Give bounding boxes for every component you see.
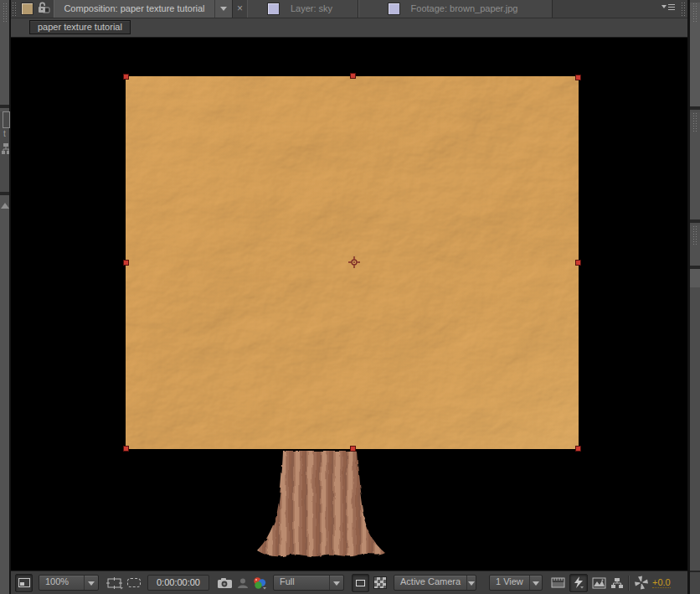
pixel-aspect-ratio-button[interactable] bbox=[551, 575, 565, 591]
mask-visibility-button[interactable] bbox=[127, 575, 141, 591]
film-strip-icon bbox=[551, 577, 565, 588]
viewer-dropdown-button[interactable] bbox=[214, 0, 232, 18]
tab-layer-sky[interactable]: Layer: sky bbox=[247, 0, 358, 18]
selection-handle-middle-right[interactable] bbox=[575, 260, 581, 266]
selection-handle-bottom-left[interactable] bbox=[123, 446, 129, 452]
exposure-value[interactable]: +0.0 bbox=[652, 577, 671, 588]
view-layout-value: 1 View bbox=[490, 576, 529, 590]
checkerboard-icon bbox=[373, 576, 387, 589]
magnification-dropdown[interactable]: 100% bbox=[39, 575, 99, 591]
panel-menu-icon[interactable] bbox=[660, 3, 677, 14]
current-time-field[interactable]: 0:00:00:00 bbox=[147, 575, 209, 591]
composition-navigator-bar: paper texture tutorial bbox=[11, 18, 687, 38]
panel-grip-icon[interactable] bbox=[692, 3, 697, 23]
composition-panel: Composition: paper texture tutorial × La… bbox=[11, 0, 687, 594]
camera-icon bbox=[217, 577, 233, 589]
person-icon bbox=[237, 577, 249, 589]
selection-handle-bottom-center[interactable] bbox=[350, 446, 356, 452]
magnification-value: 100% bbox=[39, 576, 84, 590]
tab-color-swatch-icon bbox=[267, 3, 280, 15]
show-last-snapshot-button[interactable] bbox=[237, 575, 249, 591]
chevron-down-icon bbox=[220, 7, 227, 14]
viewer-tab-bar: Composition: paper texture tutorial × La… bbox=[11, 0, 687, 18]
panel-grip-icon[interactable] bbox=[12, 2, 18, 16]
resolution-dropdown[interactable]: Full bbox=[273, 575, 344, 591]
layer-anchor-point[interactable] bbox=[347, 256, 361, 269]
selection-handle-top-center[interactable] bbox=[350, 73, 356, 79]
view-layout-dropdown[interactable]: 1 View bbox=[489, 575, 543, 591]
viewer-lock-icon[interactable] bbox=[37, 2, 50, 15]
viewer-toolbar: 100% 0:00:00:00 Full bbox=[11, 571, 687, 594]
inner-rect-icon bbox=[356, 580, 365, 586]
adjacent-panel-edge-left: t bbox=[0, 0, 11, 594]
dashed-rect-icon bbox=[127, 578, 141, 587]
breadcrumb-comp-button[interactable]: paper texture tutorial bbox=[29, 20, 131, 34]
selection-handle-middle-left[interactable] bbox=[123, 260, 129, 266]
3d-view-dropdown[interactable]: Active Camera bbox=[394, 575, 476, 591]
snapshot-button[interactable] bbox=[217, 575, 233, 591]
camera-view-value: Active Camera bbox=[394, 576, 466, 590]
grid-guides-button[interactable] bbox=[106, 575, 124, 591]
flowchart-icon bbox=[0, 142, 9, 156]
always-preview-button[interactable] bbox=[15, 574, 33, 592]
node-tree-icon bbox=[610, 577, 624, 589]
channels-button[interactable] bbox=[252, 575, 267, 591]
region-of-interest-button[interactable] bbox=[352, 574, 369, 592]
monitor-icon bbox=[18, 578, 30, 587]
rgb-circles-icon bbox=[252, 576, 267, 590]
lightning-bolt-icon bbox=[573, 576, 584, 589]
selection-handle-top-right[interactable] bbox=[575, 75, 581, 80]
ae-composition-screenshot: t Composition: paper texture tutorial × … bbox=[0, 0, 700, 594]
timeline-button[interactable] bbox=[592, 575, 606, 591]
scroll-up-arrow-icon[interactable] bbox=[1, 199, 9, 209]
viewer-color-swatch-icon bbox=[21, 3, 33, 15]
chevron-down-icon bbox=[529, 576, 542, 590]
close-tab-icon[interactable]: × bbox=[233, 4, 247, 13]
transparency-grid-button[interactable] bbox=[373, 575, 387, 591]
adjacent-panel-edge-right bbox=[687, 0, 700, 594]
tab-label: Layer: sky bbox=[282, 3, 341, 13]
panel-grip-icon[interactable] bbox=[692, 112, 697, 132]
tab-composition[interactable]: Composition: paper texture tutorial bbox=[54, 0, 233, 18]
chevron-down-icon bbox=[84, 576, 98, 590]
shutter-pinwheel-icon bbox=[634, 576, 649, 590]
chevron-down-icon bbox=[329, 576, 343, 590]
tab-label: Footage: brown_paper.jpg bbox=[403, 3, 527, 13]
chevron-down-icon bbox=[466, 576, 476, 590]
fast-previews-button[interactable] bbox=[569, 574, 588, 592]
panel-grip-icon[interactable] bbox=[692, 225, 697, 245]
panel-grip-icon[interactable] bbox=[3, 3, 8, 23]
selection-handle-bottom-right[interactable] bbox=[575, 446, 581, 452]
cropped-icon-fragment bbox=[3, 111, 10, 128]
framed-photo-icon bbox=[592, 577, 606, 589]
reset-exposure-button[interactable] bbox=[634, 575, 649, 591]
selection-handle-top-left[interactable] bbox=[123, 74, 129, 80]
tab-color-swatch-icon bbox=[388, 3, 400, 15]
resolution-value: Full bbox=[274, 576, 329, 590]
tab-label: Composition: paper texture tutorial bbox=[54, 3, 214, 13]
tab-footage-brown-paper[interactable]: Footage: brown_paper.jpg bbox=[358, 0, 553, 18]
panel-grip-icon[interactable] bbox=[681, 2, 687, 16]
flowchart-button[interactable] bbox=[610, 575, 624, 591]
safe-zones-icon bbox=[106, 576, 124, 590]
cardboard-trunk-layer[interactable] bbox=[251, 449, 389, 560]
composition-viewport[interactable] bbox=[11, 38, 687, 571]
cropped-text-fragment: t bbox=[3, 128, 9, 140]
